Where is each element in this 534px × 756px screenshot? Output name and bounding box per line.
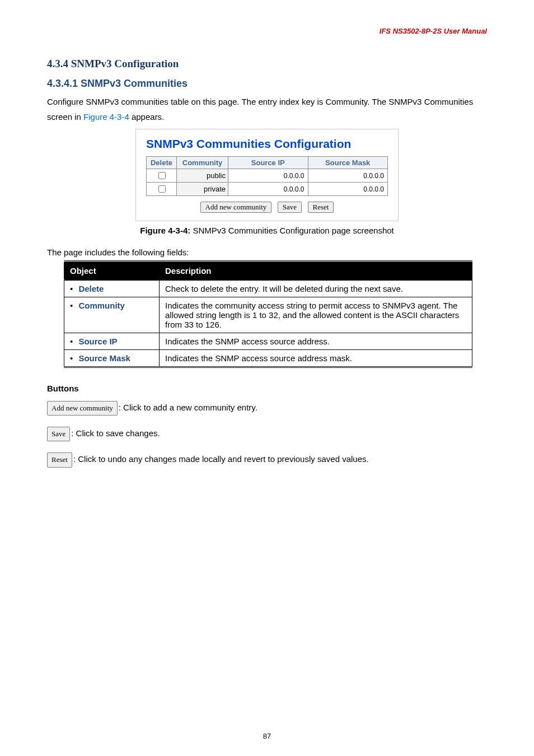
page-header: IFS NS3502-8P-2S User Manual: [47, 27, 487, 35]
field-desc: Indicates the SNMP access source address…: [160, 350, 472, 367]
figure-caption: Figure 4-3-4: SNMPv3 Communities Configu…: [47, 226, 487, 235]
page-number: 87: [0, 732, 534, 740]
source-ip-input[interactable]: [231, 171, 306, 180]
reset-button-desc: : Click to undo any changes made locally…: [73, 454, 369, 464]
delete-checkbox[interactable]: [158, 172, 166, 179]
intro-figure-link: Figure 4-3-4: [83, 112, 129, 122]
add-button-desc: : Click to add a new community entry.: [119, 403, 257, 412]
fields-head-description: Description: [160, 262, 472, 280]
table-row: • Community Indicates the community acce…: [64, 297, 472, 333]
source-mask-input[interactable]: [311, 185, 386, 194]
source-ip-input[interactable]: [231, 185, 306, 194]
delete-checkbox[interactable]: [158, 185, 166, 193]
heading-snmpv3-communities: 4.3.4.1 SNMPv3 Communities: [47, 78, 487, 90]
field-desc: Indicates the SNMP access source address…: [160, 333, 472, 350]
add-new-community-button[interactable]: Add new community: [200, 202, 272, 213]
col-community: Community: [177, 157, 228, 169]
table-row: private: [147, 183, 388, 196]
figure-caption-label: Figure 4-3-4:: [140, 226, 190, 235]
field-label: Community: [78, 301, 125, 310]
field-label: Delete: [78, 284, 104, 293]
reset-button-inline[interactable]: Reset: [47, 452, 72, 467]
config-screenshot-card: SNMPv3 Communities Configuration Delete …: [135, 129, 399, 221]
community-cell: private: [177, 183, 228, 196]
fields-description-table: Object Description • Delete Check to del…: [64, 260, 472, 368]
intro-paragraph: Configure SNMPv3 communities table on th…: [47, 94, 487, 124]
buttons-reset-line: Reset: Click to undo any changes made lo…: [47, 451, 487, 467]
table-row: • Source Mask Indicates the SNMP access …: [64, 350, 472, 367]
figure-caption-text: SNMPv3 Communities Configuration page sc…: [190, 226, 394, 235]
field-label: Source IP: [78, 337, 117, 346]
heading-snmpv3-config: 4.3.4 SNMPv3 Configuration: [47, 58, 487, 70]
col-source-ip: Source IP: [228, 157, 308, 169]
field-desc: Check to delete the entry. It will be de…: [160, 280, 472, 297]
buttons-add-line: Add new community: Click to add a new co…: [47, 400, 487, 416]
buttons-heading: Buttons: [47, 384, 487, 393]
save-button-desc: : Click to save changes.: [71, 428, 160, 438]
table-row: • Delete Check to delete the entry. It w…: [64, 280, 472, 297]
save-button[interactable]: Save: [278, 202, 302, 213]
col-delete: Delete: [147, 157, 177, 169]
table-row: • Source IP Indicates the SNMP access so…: [64, 333, 472, 350]
intro-text-2: appears.: [129, 112, 165, 122]
add-new-community-button-inline[interactable]: Add new community: [47, 401, 118, 416]
config-button-row: Add new community Save Reset: [146, 202, 388, 213]
fields-head-object: Object: [64, 262, 160, 280]
col-source-mask: Source Mask: [308, 157, 388, 169]
field-desc: Indicates the community access string to…: [160, 297, 472, 333]
config-title: SNMPv3 Communities Configuration: [146, 137, 388, 151]
fields-intro: The page includes the following fields:: [47, 248, 487, 257]
snmp-communities-table: Delete Community Source IP Source Mask p…: [146, 156, 388, 196]
community-cell: public: [177, 169, 228, 183]
field-label: Source Mask: [78, 353, 130, 363]
reset-button[interactable]: Reset: [308, 202, 334, 213]
buttons-save-line: Save: Click to save changes.: [47, 426, 487, 441]
save-button-inline[interactable]: Save: [47, 427, 70, 441]
table-row: public: [147, 169, 388, 183]
source-mask-input[interactable]: [311, 171, 386, 180]
